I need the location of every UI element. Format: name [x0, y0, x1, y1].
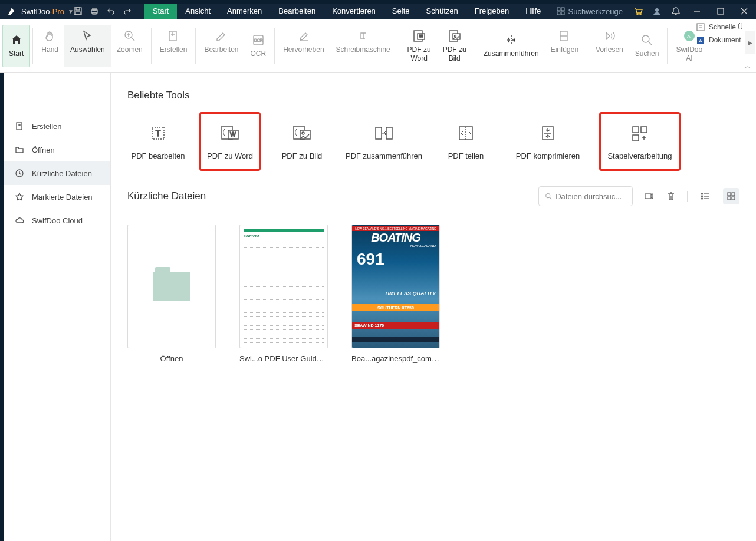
svg-point-74 — [702, 193, 703, 194]
menu-seite[interactable]: Seite — [384, 4, 418, 19]
ribbon-search[interactable]: Suchen — [629, 25, 665, 67]
svg-rect-58 — [386, 127, 392, 139]
ribbon-document[interactable]: A Dokument — [696, 35, 743, 45]
sidebar-create[interactable]: Erstellen — [4, 114, 110, 138]
ribbon-typewriter[interactable]: Schreibmaschine – — [330, 25, 396, 67]
recent-search[interactable] — [538, 186, 633, 206]
tool-pdf-edit[interactable]: T PDF bearbeiten — [127, 112, 189, 171]
delete-icon[interactable] — [665, 190, 678, 203]
ribbon-pdf-image[interactable]: PDF zu Bild — [437, 25, 472, 67]
file-magazine[interactable]: NEW ZEALAND'S NO.1 BESTSELLING MARINE MA… — [351, 225, 440, 363]
svg-text:W: W — [419, 34, 423, 38]
svg-rect-63 — [633, 127, 639, 133]
ribbon-quick[interactable]: Schnelle Ü — [696, 22, 743, 32]
notification-icon[interactable] — [666, 4, 685, 19]
sidebar-marked[interactable]: Markierte Dateien — [4, 185, 110, 209]
close-button[interactable] — [732, 4, 756, 19]
menu-start[interactable]: Start — [144, 4, 177, 19]
ribbon-merge[interactable]: Zusammenführen — [478, 25, 545, 67]
ribbon-create[interactable]: Erstellen – — [154, 25, 193, 67]
split-tool-icon — [456, 123, 476, 143]
recent-search-input[interactable] — [556, 192, 626, 201]
svg-rect-57 — [376, 127, 382, 139]
ribbon-highlight[interactable]: Hervorheben – — [277, 25, 330, 67]
sidebar-cloud[interactable]: SwifDoo Cloud — [4, 209, 110, 232]
maximize-button[interactable] — [709, 4, 732, 19]
ribbon-read[interactable]: Vorlesen – — [590, 25, 629, 67]
undo-icon[interactable] — [107, 7, 123, 15]
ribbon-ocr[interactable]: OCR OCR — [245, 25, 272, 67]
menu-schuetzen[interactable]: Schützen — [418, 4, 466, 19]
hand-icon — [43, 29, 57, 43]
create-icon — [166, 29, 180, 43]
user-icon[interactable] — [647, 4, 666, 19]
cart-icon[interactable] — [629, 4, 647, 19]
menu-anmerken[interactable]: Anmerken — [219, 4, 270, 19]
ribbon-insert[interactable]: Einfügen – — [545, 25, 584, 67]
app-logo-icon — [6, 5, 18, 17]
tool-pdf-word[interactable]: W PDF zu Word — [199, 112, 261, 171]
svg-text:A: A — [699, 38, 702, 44]
sidebar-label: Markierte Dateien — [32, 193, 93, 202]
file-guide[interactable]: Content Swi...o PDF User Guide_L.pdf — [239, 225, 328, 363]
minimize-button[interactable] — [685, 4, 709, 19]
svg-line-18 — [132, 38, 134, 41]
svg-rect-9 — [561, 12, 564, 15]
svg-rect-70 — [645, 194, 651, 199]
file-open[interactable]: Öffnen — [127, 225, 216, 363]
sidebar-open[interactable]: Öffnen — [4, 138, 110, 161]
svg-point-11 — [640, 14, 641, 15]
svg-text:OCR: OCR — [254, 38, 263, 42]
search-tools[interactable]: Suchwerkzeuge — [551, 7, 629, 16]
refresh-icon[interactable] — [642, 190, 655, 203]
search-tools-label: Suchwerkzeuge — [568, 7, 623, 16]
sidebar-recent[interactable]: Kürzliche Dateien — [4, 161, 110, 185]
svg-line-39 — [649, 42, 652, 45]
redo-icon[interactable] — [123, 7, 140, 15]
ribbon-start[interactable]: Start — [2, 25, 30, 67]
insert-icon — [557, 29, 571, 43]
create-file-icon — [14, 121, 25, 131]
svg-rect-4 — [93, 8, 96, 10]
tool-batch[interactable]: Stapelverarbeitung — [599, 112, 681, 171]
ribbon-pdf-word[interactable]: W PDF zu Word — [402, 25, 437, 67]
print-icon[interactable] — [90, 7, 107, 15]
compress-tool-icon — [538, 123, 558, 143]
ribbon: Start Hand – Auswählen – Zoomen – Erstel… — [0, 19, 756, 73]
sidebar-label: Öffnen — [32, 146, 55, 154]
open-folder-thumb — [127, 225, 216, 348]
ribbon-scroll-right[interactable]: ▶ — [745, 31, 755, 54]
svg-rect-79 — [728, 197, 731, 200]
ribbon-hand[interactable]: Hand – — [35, 25, 64, 67]
app-title: SwifDoo-Pro — [21, 7, 64, 16]
ribbon-edit[interactable]: Bearbeiten – — [198, 25, 244, 67]
tool-pdf-compress[interactable]: PDF komprimieren — [507, 112, 589, 171]
search-icon — [545, 192, 552, 200]
tool-pdf-image[interactable]: PDF zu Bild — [271, 112, 333, 171]
svg-rect-6 — [557, 8, 560, 11]
menu-freigeben[interactable]: Freigeben — [466, 4, 518, 19]
home-icon — [9, 33, 24, 47]
menu-ansicht[interactable]: Ansicht — [177, 4, 219, 19]
menu-konvertieren[interactable]: Konvertieren — [324, 4, 384, 19]
menu-hilfe[interactable]: Hilfe — [517, 4, 549, 19]
save-icon[interactable] — [74, 7, 90, 15]
pdf-word-icon: W — [412, 29, 426, 43]
svg-point-12 — [655, 8, 659, 12]
main-content: Beliebte Tools T PDF bearbeiten W PDF zu… — [111, 73, 756, 541]
svg-point-38 — [642, 35, 649, 42]
title-dropdown-icon[interactable]: ▼ — [68, 8, 74, 15]
view-list-icon[interactable] — [697, 188, 714, 204]
svg-rect-65 — [633, 135, 639, 141]
menu-bearbeiten[interactable]: Bearbeiten — [270, 4, 324, 19]
ribbon-collapse[interactable]: ︿ — [744, 61, 751, 71]
view-grid-icon[interactable] — [723, 188, 739, 204]
pdf-word-tool-icon: W — [220, 123, 240, 143]
svg-rect-77 — [728, 193, 731, 196]
ribbon-zoom[interactable]: Zoomen – — [111, 25, 149, 67]
tool-pdf-merge[interactable]: PDF zusammenführen — [343, 112, 425, 171]
tool-pdf-split[interactable]: PDF teilen — [435, 112, 497, 171]
svg-point-75 — [702, 196, 703, 197]
ribbon-select[interactable]: Auswählen – — [64, 25, 111, 67]
svg-rect-2 — [75, 12, 80, 15]
